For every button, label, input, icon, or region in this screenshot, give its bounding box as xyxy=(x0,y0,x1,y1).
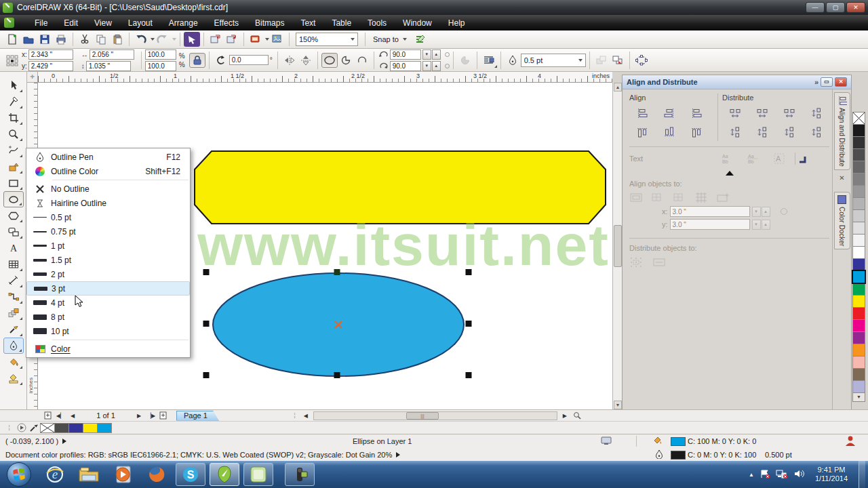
taskbar-file-explorer[interactable] xyxy=(74,463,104,486)
menu-help[interactable]: Help xyxy=(440,16,473,30)
menu-item-8pt[interactable]: 8 pt xyxy=(26,310,190,324)
palette-swatch[interactable] xyxy=(852,136,865,149)
menu-item-3pt[interactable]: 3 pt xyxy=(26,281,190,296)
menu-item-outline-pen[interactable]: Outline PenF12 xyxy=(26,150,190,164)
distribute-center-v-button[interactable] xyxy=(749,123,775,141)
distribute-right-button[interactable] xyxy=(804,104,829,122)
open-button[interactable] xyxy=(20,32,37,47)
fill-tool[interactable] xyxy=(3,354,24,370)
start-angle-radio[interactable] xyxy=(445,52,450,57)
menu-layout[interactable]: Layout xyxy=(120,16,161,30)
start-angle-down[interactable]: ▼ xyxy=(422,49,431,60)
docpal-flyout-button[interactable] xyxy=(16,423,28,432)
smart-fill-tool[interactable] xyxy=(3,159,24,175)
hscroll-right-arrow[interactable]: ▶ xyxy=(559,411,571,420)
table-tool[interactable] xyxy=(3,256,24,272)
palette-swatch[interactable] xyxy=(852,295,865,308)
mirror-vertical-button[interactable] xyxy=(298,53,314,68)
vertical-scroll-thumb[interactable] xyxy=(614,225,622,267)
ellipse-mode-button[interactable] xyxy=(321,53,338,68)
align-x-up[interactable]: ▲ xyxy=(762,207,770,217)
menu-item-05pt[interactable]: 0.5 pt xyxy=(26,210,190,224)
search-content-button[interactable] xyxy=(184,32,200,47)
docpal-swatch[interactable] xyxy=(83,423,98,433)
taskbar-media-player[interactable] xyxy=(108,463,138,486)
ruler-origin[interactable]: ✛ xyxy=(27,72,38,83)
align-top-button[interactable] xyxy=(629,123,655,141)
palette-swatch[interactable] xyxy=(852,197,865,210)
profiles-expand-arrow[interactable] xyxy=(396,452,400,458)
docpal-no-color[interactable] xyxy=(40,423,55,433)
palette-swatch[interactable] xyxy=(852,234,865,247)
maximize-button[interactable]: ▢ xyxy=(826,2,845,13)
palette-swatch[interactable] xyxy=(852,209,865,222)
palette-swatch[interactable] xyxy=(852,368,865,381)
text-align-bounding-box-button[interactable]: A xyxy=(766,153,792,164)
align-to-active-objects-button[interactable] xyxy=(629,192,644,204)
show-desktop-button[interactable] xyxy=(859,461,865,488)
previous-page-button[interactable]: ◀ xyxy=(66,411,79,420)
add-page-button[interactable] xyxy=(42,411,54,420)
menu-bitmaps[interactable]: Bitmaps xyxy=(247,16,292,30)
distribute-to-selection-button[interactable] xyxy=(629,256,644,268)
docpal-swatch[interactable] xyxy=(54,423,69,433)
align-to-page-center-button[interactable] xyxy=(673,192,688,204)
menu-item-color[interactable]: Color xyxy=(26,342,190,356)
hscroll-left-arrow[interactable]: ◀ xyxy=(300,411,312,420)
end-angle-field[interactable]: 90.0 xyxy=(390,61,421,71)
undo-button[interactable] xyxy=(133,32,149,47)
palette-swatch[interactable] xyxy=(852,258,865,271)
wrap-text-button[interactable] xyxy=(481,53,497,68)
palette-swatch[interactable] xyxy=(852,185,865,198)
color-eyedropper-tool[interactable] xyxy=(3,321,24,338)
outline-width-combo[interactable]: 0.5 pt xyxy=(521,54,586,67)
menu-text[interactable]: Text xyxy=(292,16,323,30)
new-document-button[interactable] xyxy=(4,32,20,47)
dimension-tool[interactable] xyxy=(3,272,24,289)
pick-tool[interactable] xyxy=(3,77,24,94)
docpal-drag-handle[interactable]: ⁞ xyxy=(8,424,10,432)
menu-file[interactable]: File xyxy=(26,16,56,30)
align-to-page-edge-button[interactable] xyxy=(651,192,666,204)
docker-tab-close-button[interactable]: ✕ xyxy=(836,174,848,185)
page-tab[interactable]: Page 1 xyxy=(176,411,219,421)
user-account-icon[interactable] xyxy=(844,435,857,447)
horizontal-scrollbar[interactable]: ||| xyxy=(313,411,557,420)
zoom-tool[interactable] xyxy=(3,126,24,142)
taskbar-coreldraw[interactable] xyxy=(210,463,239,486)
text-align-first-line-button[interactable]: AaBb xyxy=(715,153,741,164)
arc-mode-button[interactable] xyxy=(354,53,370,68)
mirror-horizontal-button[interactable] xyxy=(281,53,298,68)
menu-item-075pt[interactable]: 0.75 pt xyxy=(26,224,190,239)
taskbar-skype[interactable]: S xyxy=(176,463,205,486)
distribute-bottom-button[interactable] xyxy=(804,123,829,141)
menu-item-no-outline[interactable]: No Outline xyxy=(26,182,190,196)
import-button[interactable] xyxy=(208,32,224,47)
align-center-v-button[interactable] xyxy=(656,123,682,141)
align-y-up[interactable]: ▲ xyxy=(762,220,770,230)
start-angle-field[interactable]: 90.0 xyxy=(390,49,421,60)
menu-item-4pt[interactable]: 4 pt xyxy=(26,296,190,310)
pane-splitter[interactable]: ⁞ xyxy=(294,411,296,420)
menu-window[interactable]: Window xyxy=(395,16,440,30)
docpal-swatch[interactable] xyxy=(97,423,112,433)
collapse-arrow-icon[interactable] xyxy=(726,171,734,176)
docpal-eyedropper-icon[interactable] xyxy=(28,423,40,432)
x-position-field[interactable]: 2.343 " xyxy=(28,49,73,60)
lock-ratio-button[interactable] xyxy=(189,53,205,68)
scale-h-field[interactable]: 100.0 xyxy=(145,49,176,60)
taskbar-screen-recorder[interactable] xyxy=(285,463,315,486)
scale-v-field[interactable]: 100.0 xyxy=(145,61,176,71)
distribute-center-h-button[interactable] xyxy=(749,104,775,122)
scroll-up-arrow[interactable]: ▲ xyxy=(614,83,622,92)
menu-item-2pt[interactable]: 2 pt xyxy=(26,267,190,281)
save-button[interactable] xyxy=(37,32,53,47)
distribute-spacing-h-button[interactable] xyxy=(776,104,802,122)
palette-swatch[interactable] xyxy=(852,124,865,137)
ellipse-tool[interactable] xyxy=(3,191,24,207)
align-x-down[interactable]: ▼ xyxy=(752,207,761,217)
docker-chevron[interactable]: » xyxy=(814,78,818,86)
connector-tool[interactable] xyxy=(3,289,24,305)
next-page-button[interactable]: ▶ xyxy=(133,411,145,420)
to-front-button[interactable] xyxy=(593,53,610,68)
